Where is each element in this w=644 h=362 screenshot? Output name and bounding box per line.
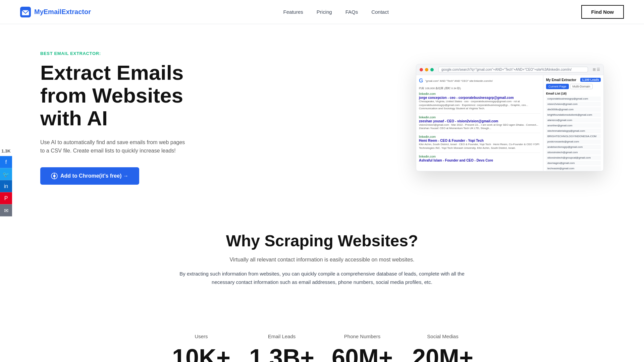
email-item-2: vision2vision@gmail.com (546, 102, 601, 106)
browser-main-area: G "gmail.com" AND "Tech" AND "CEO" site:… (416, 75, 543, 171)
add-to-chrome-button[interactable]: Add to Chrome(it's free) → (40, 167, 139, 185)
why-title: Why Scraping Websites? (40, 232, 604, 250)
email-item-1: corporatebusinessgrp@gmail.com (546, 97, 601, 101)
stat-value-emails: 1.3B+ (241, 345, 322, 362)
result-snippet-3: Kfer Achm, South District, Israel · CEO … (419, 143, 540, 150)
logo-link[interactable]: MyEmailExtractor (20, 7, 91, 17)
why-description: By extracting such information from webs… (171, 269, 473, 287)
stat-value-phones: 60M+ (322, 345, 402, 362)
hero-badge: BEST EMAIL EXTRACTOR: (40, 51, 228, 56)
hero-title: Extract Emails from Websites with AI (40, 61, 228, 130)
why-subtitle: Virtually all relevant contact informati… (40, 257, 604, 263)
stats-section: Users Email Leads Phone Numbers Social M… (0, 313, 644, 362)
email-item-9: postcrossards@gmail.com (546, 139, 601, 144)
svg-point-3 (53, 175, 56, 177)
result-title-2: zeeshan yousaf - CEO - vision2vision@gma… (419, 119, 540, 123)
hero-description: Use AI to automatically find and save em… (40, 138, 188, 155)
email-item-5: alanizco@gmail.com (546, 118, 601, 122)
search-result-4: linkedin.com Ashraful Islam - Founder an… (419, 155, 540, 162)
email-item-6: anorther@gmail.com (546, 123, 601, 128)
google-logo: G (419, 78, 423, 84)
nav-pricing[interactable]: Pricing (317, 9, 332, 15)
panel-title: My Email Extractor (546, 78, 576, 82)
nav-contact[interactable]: Contact (371, 9, 389, 15)
result-url-2: linkedin.com (419, 116, 540, 119)
result-title-4: Ashraful Islam - Founder and CEO - Devs … (419, 159, 540, 162)
result-url-4: linkedin.com (419, 155, 540, 158)
nav-links: Features Pricing FAQs Contact (283, 9, 389, 15)
hero-section: BEST EMAIL EXTRACTOR: Extract Emails fro… (0, 24, 644, 205)
email-item-7: stechnmaterialsgrp@gmail.com (546, 129, 601, 133)
result-title-1: jorge concepcion - ceo - corporatebusine… (419, 96, 540, 100)
search-result-3: linkedin.com Hemi Reem - CEO & Founder -… (419, 135, 540, 150)
browser-url: google.com/search?q="gmail.com"+AND+"Tec… (438, 67, 588, 72)
search-bar-area: "gmail.com" AND "Tech" AND "CEO" site:li… (425, 79, 493, 82)
chrome-icon (51, 173, 58, 179)
email-item-10: andelsectionsgrp@gmail.com (546, 145, 601, 149)
stat-label-users: Users (161, 334, 241, 339)
find-now-button[interactable]: Find Now (581, 5, 624, 19)
panel-leads-badge: 1,100 Leads (580, 78, 601, 82)
browser-dot-close (420, 68, 423, 71)
panel-tabs: Current Page Multi-Domain (546, 84, 601, 89)
social-count: 1.3K (1, 146, 10, 156)
email-list-label: Email List (18) (546, 92, 601, 95)
email-item-11: sticesinstech@gmail.com (546, 150, 601, 155)
extension-panel: My Email Extractor 1,100 Leads Current P… (543, 75, 603, 171)
social-sidebar: 1.3K f 🐦 in P ✉ (0, 146, 12, 217)
nav-faqs[interactable]: FAQs (345, 9, 358, 15)
email-share-button[interactable]: ✉ (0, 204, 12, 217)
search-result-2: linkedin.com zeeshan yousaf - CEO - visi… (419, 116, 540, 130)
panel-header: My Email Extractor 1,100 Leads (546, 78, 601, 82)
logo-text: MyEmailExtractor (34, 8, 91, 16)
search-result-1: linkedin.com jorge concepcion - ceo - co… (419, 92, 540, 110)
result-url-1: linkedin.com (419, 92, 540, 96)
browser-content: G "gmail.com" AND "Tech" AND "CEO" site:… (416, 75, 603, 171)
why-section: Why Scraping Websites? Virtually all rel… (0, 205, 644, 313)
navbar: MyEmailExtractor Features Pricing FAQs C… (0, 0, 644, 24)
result-url-3: linkedin.com (419, 135, 540, 138)
stat-label-emails: Email Leads (241, 334, 322, 339)
stat-value-users: 10K+ (161, 345, 241, 362)
browser-mockup: google.com/search?q="gmail.com"+AND+"Tec… (416, 64, 604, 171)
stats-numbers: 10K+ 1.3B+ 60M+ 20M+ (40, 345, 604, 362)
twitter-share-button[interactable]: 🐦 (0, 168, 12, 180)
email-item-14: techvasini@gmail.com (546, 166, 601, 171)
hero-right: google.com/search?q="gmail.com"+AND+"Tec… (228, 64, 604, 171)
email-item-12: sticesinstech@groupcal@gmail.com (546, 156, 601, 160)
stat-label-social: Social Medias (402, 334, 483, 339)
browser-icons: ⊞ ☰ (593, 67, 600, 72)
stats-labels: Users Email Leads Phone Numbers Social M… (40, 334, 604, 339)
email-item-8: BRIGHTECHNOLOGYINDONESIA.COM (546, 134, 601, 138)
result-divider-3 (419, 153, 540, 153)
browser-bar: google.com/search?q="gmail.com"+AND+"Tec… (416, 64, 603, 75)
result-count: 约有 109,000 条结果 (用时 0.34 秒) (419, 86, 540, 90)
google-logo-area: G "gmail.com" AND "Tech" AND "CEO" site:… (419, 78, 540, 84)
linkedin-share-button[interactable]: in (0, 180, 12, 192)
browser-dot-maximize (430, 68, 434, 71)
email-item-13: davmages@gmail.com (546, 161, 601, 165)
result-divider-1 (419, 113, 540, 114)
pinterest-share-button[interactable]: P (0, 192, 12, 204)
result-snippet-2: vision2vision@gmail.com · Mar 2022 - Pre… (419, 123, 540, 130)
email-item-4: brightfoundationsolutionk@gmail.com (546, 113, 601, 117)
result-title-3: Hemi Reem - CEO & Founder - Yopi Tech (419, 139, 540, 142)
cta-label: Add to Chrome(it's free) → (60, 173, 128, 179)
browser-dot-minimize (425, 68, 428, 71)
email-list: corporatebusinessgrp@gmail.com vision2vi… (546, 97, 601, 171)
stat-label-phones: Phone Numbers (322, 334, 402, 339)
facebook-share-button[interactable]: f (0, 156, 12, 168)
tab-multi-domain[interactable]: Multi-Domain (570, 84, 593, 89)
stat-value-social: 20M+ (402, 345, 483, 362)
result-snippet-1: Chesapeake, Virginia, United States · ce… (419, 100, 540, 110)
result-divider-2 (419, 133, 540, 133)
hero-left: BEST EMAIL EXTRACTOR: Extract Emails fro… (40, 51, 228, 185)
logo-icon (20, 7, 31, 17)
tab-current-page[interactable]: Current Page (546, 84, 569, 89)
email-item-3: dte3008u@gmail.com (546, 107, 601, 112)
nav-features[interactable]: Features (283, 9, 303, 15)
